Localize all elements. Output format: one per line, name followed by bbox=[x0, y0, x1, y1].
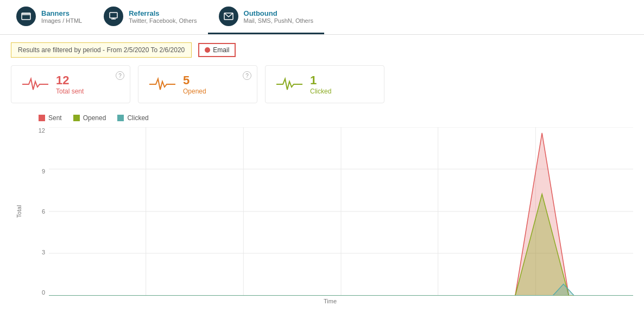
svg-rect-6 bbox=[39, 115, 45, 121]
clicked-number: 1 bbox=[310, 73, 331, 88]
total-sent-values: 12 Total sent bbox=[56, 73, 84, 95]
tab-referrals[interactable]: Referrals Twitter, Facebook, Others bbox=[93, 0, 207, 34]
tab-outbound[interactable]: Outbound Mail, SMS, PushN, Others bbox=[208, 0, 324, 34]
y-axis-label: Total bbox=[16, 205, 22, 217]
y-tick-9: 9 bbox=[42, 168, 45, 174]
opened-values: 5 Opened bbox=[183, 73, 206, 95]
legend-sent: Sent bbox=[38, 114, 62, 122]
banners-tab-text: Banners Images / HTML bbox=[41, 9, 82, 24]
clicked-pulse-icon bbox=[276, 76, 302, 92]
referrals-icon bbox=[104, 7, 123, 26]
legend-clicked: Clicked bbox=[117, 114, 148, 122]
stat-card-clicked: 1 Clicked bbox=[265, 65, 384, 103]
svg-rect-8 bbox=[117, 115, 124, 121]
chart-area: Sent Opened Clicked Total bbox=[0, 109, 644, 312]
y-tick-0: 0 bbox=[42, 289, 45, 296]
stats-row: 12 Total sent ? 5 Opened ? bbox=[0, 65, 644, 109]
svg-rect-1 bbox=[22, 13, 30, 15]
y-tick-3: 3 bbox=[42, 249, 45, 255]
filter-bar: Results are filtered by period - From 2/… bbox=[0, 35, 644, 65]
referrals-tab-title: Referrals bbox=[129, 9, 197, 17]
legend-clicked-label: Clicked bbox=[127, 114, 148, 122]
tab-banners[interactable]: Banners Images / HTML bbox=[5, 0, 93, 34]
outbound-tab-title: Outbound bbox=[244, 9, 313, 17]
stat-card-total-sent: 12 Total sent ? bbox=[11, 65, 130, 103]
total-sent-help-icon[interactable]: ? bbox=[116, 71, 124, 80]
tabs-bar: Banners Images / HTML Referrals Twitter,… bbox=[0, 0, 644, 35]
legend-opened: Opened bbox=[73, 114, 106, 122]
referrals-tab-text: Referrals Twitter, Facebook, Others bbox=[129, 9, 197, 24]
stat-card-opened: 5 Opened ? bbox=[138, 65, 257, 103]
outbound-icon bbox=[219, 7, 238, 26]
opened-help-icon[interactable]: ? bbox=[243, 71, 251, 80]
outbound-tab-text: Outbound Mail, SMS, PushN, Others bbox=[244, 9, 313, 24]
outbound-tab-sub: Mail, SMS, PushN, Others bbox=[244, 17, 313, 24]
opened-number: 5 bbox=[183, 73, 206, 88]
chart-svg bbox=[49, 127, 633, 296]
filter-text: Results are filtered by period - From 2/… bbox=[11, 42, 192, 58]
total-sent-pulse-icon bbox=[22, 76, 48, 92]
email-dot-icon bbox=[205, 47, 210, 53]
opened-label: Opened bbox=[183, 88, 206, 95]
y-tick-6: 6 bbox=[42, 208, 45, 215]
total-sent-number: 12 bbox=[56, 73, 84, 88]
legend-opened-label: Opened bbox=[83, 114, 106, 122]
email-badge[interactable]: Email bbox=[198, 43, 236, 57]
chart-legend: Sent Opened Clicked bbox=[5, 114, 633, 127]
x-axis-label: Time bbox=[27, 296, 633, 307]
banners-tab-sub: Images / HTML bbox=[41, 17, 82, 24]
y-tick-12: 12 bbox=[39, 127, 45, 134]
main-container: Banners Images / HTML Referrals Twitter,… bbox=[0, 0, 644, 318]
legend-sent-label: Sent bbox=[48, 114, 62, 122]
svg-rect-2 bbox=[110, 13, 117, 18]
svg-rect-7 bbox=[73, 115, 80, 121]
email-badge-label: Email bbox=[213, 46, 229, 54]
banners-tab-title: Banners bbox=[41, 9, 82, 17]
opened-pulse-icon bbox=[149, 76, 175, 92]
clicked-values: 1 Clicked bbox=[310, 73, 331, 95]
banners-icon bbox=[16, 7, 36, 26]
referrals-tab-sub: Twitter, Facebook, Others bbox=[129, 17, 197, 24]
clicked-label: Clicked bbox=[310, 88, 331, 95]
total-sent-label: Total sent bbox=[56, 88, 84, 95]
